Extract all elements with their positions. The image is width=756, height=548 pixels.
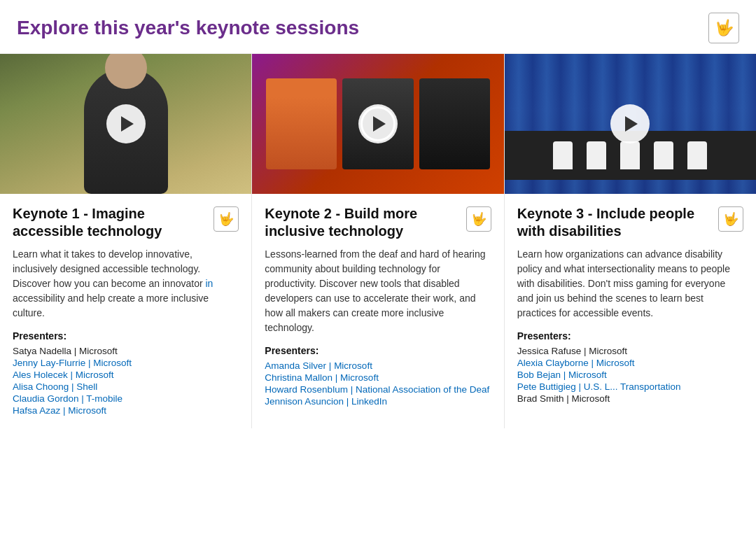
keynote-thumbnail[interactable]	[0, 54, 251, 194]
desc-link[interactable]: in	[205, 278, 213, 289]
sign-language-icon: 🤟	[715, 19, 734, 37]
card-title-row: Keynote 3 - Include people with disabili…	[517, 205, 743, 240]
presenter-item: Brad Smith | Microsoft	[517, 393, 743, 404]
play-icon	[625, 116, 638, 132]
card-body: Keynote 1 - Imagine accessible technolog…	[0, 194, 251, 417]
keynote-cards-container: Keynote 1 - Imagine accessible technolog…	[0, 54, 756, 428]
page-header: Explore this year's keynote sessions 🤟	[0, 0, 756, 54]
play-button[interactable]	[106, 104, 146, 143]
card-description: Learn what it takes to develop innovativ…	[13, 247, 239, 321]
card-title: Keynote 3 - Include people with disabili…	[517, 205, 718, 240]
card-sign-language-button[interactable]: 🤟	[466, 206, 491, 232]
play-button[interactable]	[610, 104, 650, 143]
presenters-label: Presenters:	[13, 330, 239, 342]
presenter-item[interactable]: Christina Mallon | Microsoft	[265, 372, 491, 383]
presenters-label: Presenters:	[265, 345, 491, 356]
presenter-item[interactable]: Jenny Lay-Flurrie | Microsoft	[13, 358, 239, 368]
keynote-thumbnail[interactable]: M	[252, 54, 503, 194]
keynote-card-1: Keynote 1 - Imagine accessible technolog…	[0, 54, 252, 428]
card-sign-language-button[interactable]: 🤟	[214, 206, 239, 232]
sign-language-icon: 🤟	[218, 211, 234, 227]
presenter-item[interactable]: Jennison Asuncion | LinkedIn	[265, 396, 491, 407]
card-description: Learn how organizations can advance disa…	[517, 247, 743, 321]
play-icon	[121, 116, 134, 132]
presenter-item[interactable]: Howard Rosenblum | National Association …	[265, 384, 491, 395]
sign-language-icon: 🤟	[471, 211, 486, 227]
card-title-row: Keynote 2 - Build more inclusive technol…	[265, 205, 491, 240]
presenter-item: Satya Nadella | Microsoft	[13, 346, 239, 356]
presenter-item[interactable]: Claudia Gordon | T-mobile	[13, 393, 239, 404]
play-button[interactable]	[358, 104, 398, 143]
card-title-row: Keynote 1 - Imagine accessible technolog…	[13, 205, 239, 240]
presenters-label: Presenters:	[517, 330, 743, 342]
keynote-thumbnail[interactable]	[505, 54, 756, 194]
card-sign-language-button[interactable]: 🤟	[718, 206, 743, 232]
presenter-item[interactable]: Amanda Silver | Microsoft	[265, 360, 491, 371]
presenter-item[interactable]: Pete Buttigieg | U.S. L... Transportatio…	[517, 381, 743, 392]
presenter-item[interactable]: Hafsa Azaz | Microsoft	[13, 405, 239, 416]
presenter-item: Jessica Rafuse | Microsoft	[517, 346, 743, 356]
card-title: Keynote 1 - Imagine accessible technolog…	[13, 205, 214, 240]
card-title: Keynote 2 - Build more inclusive technol…	[265, 205, 465, 240]
presenter-item[interactable]: Ales Holecek | Microsoft	[13, 370, 239, 380]
header-sign-language-button[interactable]: 🤟	[708, 13, 739, 43]
card-body: Keynote 2 - Build more inclusive technol…	[252, 194, 503, 408]
card-description: Lessons-learned from the deaf and hard o…	[265, 247, 491, 335]
sign-language-icon: 🤟	[723, 211, 738, 227]
play-icon	[373, 116, 386, 132]
keynote-card-3: Keynote 3 - Include people with disabili…	[505, 54, 756, 428]
page-title: Explore this year's keynote sessions	[17, 17, 359, 39]
presenter-item[interactable]: Alexia Clayborne | Microsoft	[517, 358, 743, 368]
keynote-card-2: M Keynote 2 - Build more inclusive techn…	[252, 54, 504, 428]
presenter-item[interactable]: Alisa Choong | Shell	[13, 381, 239, 392]
card-body: Keynote 3 - Include people with disabili…	[505, 194, 756, 405]
presenter-item[interactable]: Bob Bejan | Microsoft	[517, 370, 743, 380]
